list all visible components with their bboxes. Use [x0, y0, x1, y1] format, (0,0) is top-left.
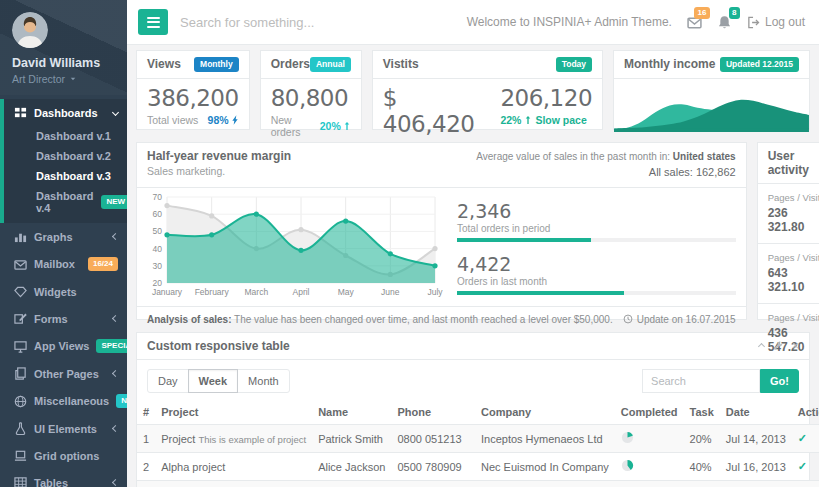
sidebar-subitem-dashboard-v-2: Dashboard v.2	[4, 146, 127, 166]
alerts-count-badge: 8	[729, 7, 740, 19]
bolt-icon	[231, 115, 239, 125]
sidebar-menu: DashboardsDashboard v.1Dashboard v.2Dash…	[0, 99, 127, 487]
table-column-completed: Completed	[615, 400, 684, 425]
revenue-title: Half-year revenue margin	[147, 149, 291, 163]
monthly-income-box: Monthly income Updated 12.2015	[613, 50, 810, 130]
view-switcher: DayWeekMonth	[147, 369, 290, 393]
check-icon[interactable]: ✓	[798, 460, 807, 472]
responsive-table-panel: Custom responsive table × DayWeekMonth G…	[136, 332, 810, 487]
logout-button[interactable]: Log out	[747, 15, 805, 29]
user-role[interactable]: Art Director	[12, 73, 115, 85]
sidebar-item-other-pages: Other Pages	[0, 360, 127, 387]
revenue-chart: 203040506070JanuaryFebruaryMarchAprilMay…	[143, 192, 445, 298]
revenue-panel: Half-year revenue margin Sales marketing…	[136, 142, 747, 320]
table-column-task: Task	[684, 400, 720, 425]
table-column-action: Action	[792, 400, 819, 425]
edit-icon	[14, 312, 27, 325]
sidebar-item-grid-options: Grid options	[0, 442, 127, 469]
close-icon[interactable]: ×	[792, 340, 799, 352]
table-row[interactable]: 3 Betha project John Smith 0800 1111 Era…	[137, 481, 819, 487]
level-up-icon	[343, 121, 351, 131]
chevron-left-icon	[112, 233, 119, 240]
visits-badge: Today	[556, 57, 592, 72]
svg-text:April: April	[292, 287, 309, 297]
sidebar-badge: NEW	[101, 195, 127, 209]
dashboard-content: Views Monthly 386,200 Total views 98%	[127, 45, 819, 487]
menu-toggle-button[interactable]	[138, 9, 168, 35]
panel-tools: ×	[759, 340, 799, 352]
sidebar-item-widgets: Widgets	[0, 278, 127, 305]
welcome-text: Welcome to INSPINIA+ Admin Theme.	[467, 15, 672, 29]
user-activity-row: Pages / Visit236 321.80% New Visits46.11…	[758, 184, 819, 244]
sidebar-subitem-dashboard-v-4: Dashboard v.4 NEW	[4, 186, 127, 218]
orders-delta: 20%	[320, 120, 351, 132]
monthly-income-chart	[614, 79, 809, 132]
th-large-icon	[14, 106, 27, 119]
revenue-subtitle: Sales marketing.	[147, 165, 291, 177]
table-column-phone: Phone	[391, 400, 475, 425]
orders-value: 80,800	[271, 85, 351, 111]
sidebar-subitem-dashboard-v-1: Dashboard v.1	[4, 126, 127, 146]
check-icon[interactable]: ✓	[798, 432, 807, 444]
messages-icon[interactable]: 16	[687, 15, 702, 30]
sidebar-badge: SPECIAL	[96, 339, 127, 353]
global-search-input[interactable]	[180, 15, 455, 30]
all-sales: All sales: 162,862	[476, 164, 735, 181]
user-activity-panel: User activity Data has changed Pages / V…	[757, 142, 819, 320]
ua-value: 643 321.10	[768, 266, 819, 294]
alerts-bell-icon[interactable]: 8	[717, 15, 732, 30]
user-activity-row: Pages / Visit643 321.10% New Visits92.43…	[758, 244, 819, 304]
messages-count-badge: 16	[694, 7, 710, 19]
envelope-icon	[14, 258, 27, 271]
table-search: Go!	[642, 369, 799, 393]
income-badge: Updated 12.2015	[720, 57, 799, 72]
collapse-icon[interactable]	[758, 342, 765, 349]
chevron-left-icon	[112, 315, 119, 322]
svg-text:February: February	[195, 287, 230, 297]
view-button-week[interactable]: Week	[188, 369, 239, 393]
wrench-icon[interactable]	[773, 341, 783, 351]
orders-month-value: 4,422	[457, 253, 736, 275]
svg-text:January: January	[152, 287, 183, 297]
table-row[interactable]: 1 Project This is example of project Pat…	[137, 425, 819, 453]
visits-stat-box: Vistits Today $ 406,420 44% Rapid pace	[372, 50, 603, 130]
chevron-left-icon	[112, 479, 119, 486]
ua-column-label: Pages / Visit	[768, 252, 819, 263]
sidebar-item-ui-elements: UI Elements	[0, 415, 127, 442]
go-button[interactable]: Go!	[760, 369, 799, 393]
views-label: Total views	[147, 114, 198, 126]
bar-chart-icon	[14, 230, 27, 243]
orders-stat-box: Orders Annual 80,800 New orders 20%	[260, 50, 362, 130]
svg-text:70: 70	[153, 192, 163, 202]
table-row[interactable]: 2 Alpha project Alice Jackson 0500 78090…	[137, 453, 819, 481]
view-button-day[interactable]: Day	[147, 369, 189, 393]
app-window: David Williams Art Director DashboardsDa…	[0, 0, 819, 487]
main-area: Welcome to INSPINIA+ Admin Theme. 16 8 L…	[127, 0, 819, 487]
revenue-side-stats: 2,346 Total orders in period 4,422 Order…	[445, 192, 738, 306]
ua-column-label: Pages / Visit	[768, 192, 819, 203]
sidebar-item-forms: Forms	[0, 305, 127, 332]
view-button-month[interactable]: Month	[237, 369, 290, 393]
sidebar-item-graphs: Graphs	[0, 223, 127, 250]
svg-text:May: May	[338, 287, 355, 297]
sidebar-item-mailbox: Mailbox16/24	[0, 250, 127, 278]
sidebar-badge: NEW	[116, 394, 127, 408]
sidebar-badge: 16/24	[88, 257, 118, 271]
table-column--: #	[137, 400, 155, 425]
profile-block: David Williams Art Director	[0, 0, 127, 95]
avatar[interactable]	[12, 12, 48, 48]
table-search-input[interactable]	[642, 369, 760, 393]
files-icon	[14, 367, 27, 380]
level-up-icon	[524, 115, 532, 125]
table-column-company: Company	[475, 400, 615, 425]
orders-period-progress	[457, 238, 736, 242]
table-column-project: Project	[155, 400, 312, 425]
svg-text:June: June	[381, 287, 400, 297]
flask-icon	[14, 422, 27, 435]
views-badge: Monthly	[194, 57, 239, 72]
svg-text:40: 40	[153, 243, 163, 253]
middle-row: Half-year revenue margin Sales marketing…	[136, 142, 810, 320]
user-name[interactable]: David Williams	[12, 56, 115, 70]
sidebar-subitem-dashboard-v-3: Dashboard v.3	[4, 166, 127, 186]
table-title: Custom responsive table	[147, 339, 290, 353]
